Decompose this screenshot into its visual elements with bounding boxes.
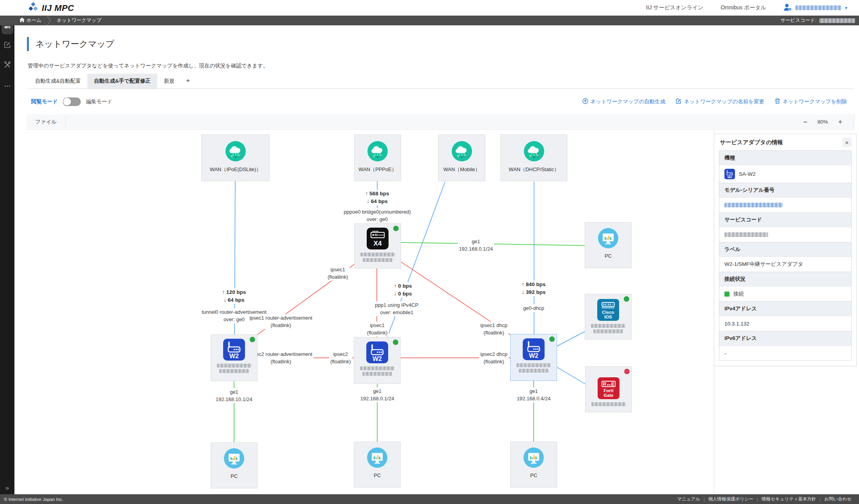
node-pc-2[interactable]: PC xyxy=(354,442,401,488)
status-green-dot xyxy=(393,340,398,345)
page-footer: © Internet Initiative Japan Inc. マニュアル|個… xyxy=(0,494,859,504)
redacted-text xyxy=(363,258,392,262)
user-menu[interactable]: ▼ xyxy=(783,4,848,12)
zoom-out-button[interactable]: − xyxy=(803,118,808,126)
link-label: ↑ 840 bps↓ 392 bps xyxy=(521,281,547,296)
link-label: ipsec1(floatlink) xyxy=(327,266,350,281)
panel-field-value: W2-1/SMF中継サービスアダプタ xyxy=(719,256,851,272)
title-accent-bar xyxy=(27,37,29,51)
logo-text: IIJ MPC xyxy=(42,3,74,13)
footer-link-2[interactable]: 情報セキュリティ基本方針 xyxy=(758,496,820,502)
tab-3[interactable]: + xyxy=(181,74,195,88)
node-w2-right[interactable]: W2 xyxy=(510,334,557,381)
sidebar-expand-button[interactable]: » xyxy=(0,484,14,492)
node-wan-ipoe[interactable]: WAN（IPoE(DSLite)） xyxy=(201,134,270,181)
redacted-text xyxy=(360,253,395,256)
redacted-text xyxy=(593,329,623,333)
tab-1[interactable]: 自動生成&手で配置修正 xyxy=(87,74,157,88)
pc-monitor-icon xyxy=(523,447,544,470)
tab-0[interactable]: 自動生成&自動配置 xyxy=(28,74,87,88)
network-map-canvas[interactable]: ↑ 568 bps↓ 64 bpspppoe0 bridge0(unnumber… xyxy=(0,130,714,494)
map-toolbar: ファイル − 80% + xyxy=(27,114,854,130)
redacted-text xyxy=(360,366,394,370)
header-nav-link-0[interactable]: IIJ サービスオンライン xyxy=(646,4,703,11)
sidebar-item-tools[interactable] xyxy=(2,60,13,71)
edit-mode-toggle[interactable] xyxy=(63,97,81,106)
wan-cloud-icon xyxy=(451,141,472,163)
page-description: 管理中のサービスアダプタなどを使ってネットワークマップを作成し、現在の状況を確認… xyxy=(28,62,268,69)
delete-icon xyxy=(775,98,780,105)
panel-field-value xyxy=(719,197,851,212)
redacted-text xyxy=(519,369,548,373)
user-gear-icon xyxy=(783,4,793,12)
node-wan-pppoe[interactable]: WAN（PPPoE） xyxy=(354,134,401,181)
node-pc-3[interactable]: PC xyxy=(510,442,557,488)
wan-cloud-icon xyxy=(225,141,246,163)
footer-link-3[interactable]: お問い合わせ xyxy=(821,496,855,502)
node-fortigate[interactable]: FortiGate xyxy=(585,366,632,412)
panel-field-label: サービスコード xyxy=(719,212,851,227)
sidebar-item-edit[interactable] xyxy=(2,40,13,51)
tab-2[interactable]: 新規 xyxy=(157,74,181,88)
link-label: ge1192.168.10.1/24 xyxy=(215,388,254,403)
status-red-dot xyxy=(624,369,630,374)
action-1[interactable]: ネットワークマップの名前を変更 xyxy=(676,98,764,105)
node-label: WAN（Mobile） xyxy=(443,166,480,173)
pc-monitor-icon xyxy=(224,448,245,470)
status-green-dot xyxy=(393,226,399,231)
redacted-text xyxy=(219,369,249,373)
footer-link-1[interactable]: 個人情報保護ポリシー xyxy=(705,496,757,502)
zoom-in-button[interactable]: + xyxy=(838,118,842,126)
chevron-down-icon: ▼ xyxy=(844,6,848,10)
close-icon[interactable]: × xyxy=(842,138,852,147)
node-cisco-ios[interactable]: CiscoIOS xyxy=(585,294,632,340)
page-title: ネットワークマップ xyxy=(35,38,114,50)
sa-w2-icon: W2 xyxy=(223,339,245,362)
node-w2-left[interactable]: W2 xyxy=(211,334,257,381)
logo-cubes-icon xyxy=(28,2,38,14)
node-x4[interactable]: X4 xyxy=(354,223,401,269)
pc-monitor-icon xyxy=(367,447,388,470)
file-menu[interactable]: ファイル xyxy=(35,118,57,126)
link-label: ipsec1(floatlink) xyxy=(366,322,389,336)
node-wan-mobile[interactable]: WAN（Mobile） xyxy=(438,134,485,181)
footer-links: マニュアル|個人情報保護ポリシー|情報セキュリティ基本方針|お問い合わせ xyxy=(674,496,855,502)
user-name-redacted xyxy=(795,5,841,10)
node-label: WAN（PPPoE） xyxy=(359,166,397,173)
link-label: ge1192.168.0.1/24 xyxy=(458,238,494,253)
view-mode-label: 閲覧モード xyxy=(31,98,58,105)
action-0[interactable]: ネットワークマップの自動生成 xyxy=(582,98,666,105)
svg-text:X4: X4 xyxy=(374,240,382,247)
link-label: ipsec2(floatlink) xyxy=(329,350,352,365)
edit-mode-label: 編集モード xyxy=(86,98,112,105)
node-w2-mid[interactable]: W2 xyxy=(354,337,401,384)
node-pc-right[interactable]: PC xyxy=(585,222,632,268)
breadcrumb-home[interactable]: ホーム xyxy=(20,17,41,24)
cisco-ios-icon: CiscoIOS xyxy=(597,299,619,322)
node-wan-dhcp[interactable]: WAN（DHCP/Static） xyxy=(500,134,567,181)
action-2[interactable]: ネットワークマップを削除 xyxy=(775,98,847,105)
node-label: PC xyxy=(530,472,537,478)
link-label: ipsec1 router-advertisement(floatlink) xyxy=(248,314,313,329)
pc-monitor-icon xyxy=(598,228,619,250)
header-nav-link-1[interactable]: Omnibus ポータル xyxy=(721,4,766,11)
redacted-text xyxy=(724,203,783,207)
sidebar-item-more[interactable] xyxy=(2,81,13,92)
link-label: ↑ 0 bps↓ 0 bps xyxy=(393,282,413,298)
redacted-text xyxy=(724,232,768,237)
link-label: ipsec2 dhcp(floatlink) xyxy=(479,350,508,365)
link-label: ↑ 120 bps↓ 64 bps xyxy=(221,288,247,304)
wan-cloud-icon xyxy=(367,141,388,163)
footer-link-0[interactable]: マニュアル xyxy=(674,496,704,502)
breadcrumb-chevron-icon xyxy=(47,16,51,25)
svg-text:W2: W2 xyxy=(373,355,382,362)
home-icon xyxy=(20,18,25,23)
breadcrumb: ホーム ネットワークマップ サービスコード: xyxy=(0,16,859,25)
toolbar-separator xyxy=(65,117,66,127)
node-pc-1[interactable]: PC xyxy=(211,442,257,488)
zoom-level: 80% xyxy=(817,119,828,125)
map-actions: ネットワークマップの自動生成ネットワークマップの名前を変更ネットワークマップを削… xyxy=(582,96,847,107)
panel-field-value xyxy=(719,227,851,242)
sa-w2-icon: W2 xyxy=(366,341,388,365)
sidebar: » xyxy=(0,16,14,494)
